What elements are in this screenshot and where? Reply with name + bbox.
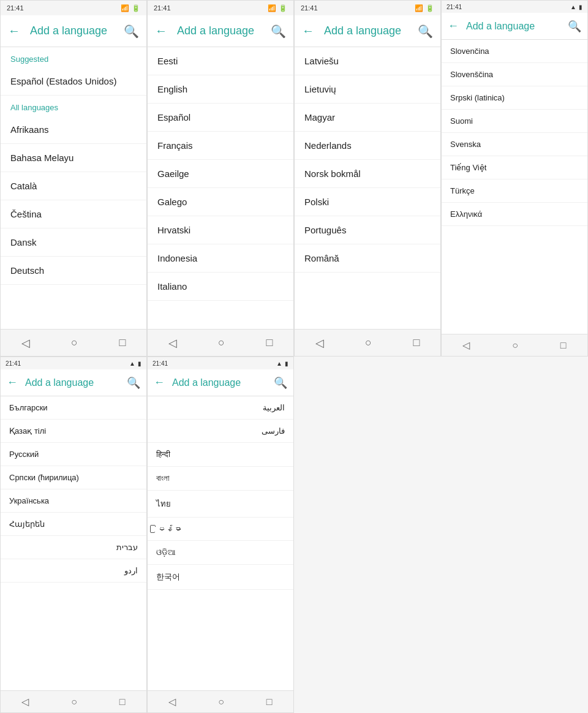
list-item-eesti[interactable]: Eesti: [148, 47, 293, 75]
status-bar-2: 21:41 📶 🔋: [148, 1, 293, 15]
list-item-dansk[interactable]: Dansk: [1, 228, 146, 257]
nav-back-1[interactable]: ◁: [21, 336, 30, 350]
list-item-polski[interactable]: Polski: [295, 188, 440, 216]
screen-6: 21:41 ▲ ▮ ← Add a language 🔍 العربية فار…: [147, 356, 294, 713]
nav-back-2[interactable]: ◁: [168, 336, 177, 350]
suggested-header: Suggested: [1, 47, 146, 67]
nav-back-3[interactable]: ◁: [315, 336, 324, 350]
list-item-gaeilge[interactable]: Gaeilge: [148, 160, 293, 188]
list-item-odia[interactable]: ଓଡ଼ିଆ: [148, 541, 293, 565]
nav-home-5[interactable]: ○: [71, 696, 77, 707]
list-item-catala[interactable]: Català: [1, 172, 146, 200]
back-button-5[interactable]: ←: [7, 376, 18, 389]
list-item-arabic[interactable]: العربية: [148, 396, 293, 420]
list-item-slovenscina[interactable]: Slovenščina: [442, 63, 587, 86]
list-item-urdu[interactable]: اردو: [1, 559, 146, 583]
screen-1: 21:41 📶 🔋 ← Add a language 🔍 Suggested E…: [0, 0, 147, 356]
nav-bar-1: ◁ ○ □: [1, 329, 146, 356]
list-item-latviesu[interactable]: Latviešu: [295, 47, 440, 75]
list-item-farsi[interactable]: فارسی: [148, 420, 293, 443]
nav-recent-6[interactable]: □: [266, 696, 273, 707]
list-item-ellinika[interactable]: Ελληνικά: [442, 203, 587, 226]
screen-grid: 21:41 📶 🔋 ← Add a language 🔍 Suggested E…: [0, 0, 588, 713]
list-item-portugues[interactable]: Português: [295, 216, 440, 244]
list-item-hrvatski[interactable]: Hrvatski: [148, 216, 293, 244]
list-item-italiano[interactable]: Italiano: [148, 273, 293, 301]
list-item-afrikaans[interactable]: Afrikaans: [1, 116, 146, 144]
status-icons-2: 📶 🔋: [268, 4, 287, 12]
battery-icon-5: ▮: [138, 360, 141, 367]
list-item-suomi[interactable]: Suomi: [442, 110, 587, 133]
list-item-hindi[interactable]: हिन्दी: [148, 443, 293, 467]
back-button-2[interactable]: ←: [155, 24, 167, 38]
top-bar-1: ← Add a language 🔍: [1, 15, 146, 47]
nav-bar-2: ◁ ○ □: [148, 329, 293, 356]
page-title-1: Add a language: [30, 25, 124, 37]
list-item-romana[interactable]: Română: [295, 244, 440, 273]
wifi-icon-4: ▲: [570, 4, 576, 10]
nav-recent-3[interactable]: □: [413, 336, 420, 349]
list-item-korean[interactable]: 한국어: [148, 565, 293, 590]
nav-recent-2[interactable]: □: [266, 336, 273, 349]
search-button-2[interactable]: 🔍: [271, 24, 286, 39]
battery-icon-6: ▮: [285, 360, 288, 367]
page-title-3: Add a language: [324, 25, 418, 37]
back-button-6[interactable]: ←: [154, 376, 165, 389]
nav-home-3[interactable]: ○: [365, 336, 372, 349]
list-item-nederlands[interactable]: Nederlands: [295, 132, 440, 160]
page-title-6: Add a language: [172, 377, 274, 388]
nav-back-4[interactable]: ◁: [462, 339, 470, 351]
nav-recent-1[interactable]: □: [119, 336, 126, 349]
list-item-tieng-viet[interactable]: Tiếng Việt: [442, 156, 587, 179]
back-button-4[interactable]: ←: [448, 20, 459, 32]
nav-recent-5[interactable]: □: [119, 696, 126, 707]
search-button-5[interactable]: 🔍: [127, 376, 140, 390]
list-item-thai[interactable]: ไทย: [148, 491, 293, 518]
search-button-1[interactable]: 🔍: [124, 24, 139, 39]
list-item-svenska[interactable]: Svenska: [442, 133, 587, 156]
nav-home-6[interactable]: ○: [218, 696, 224, 707]
search-button-4[interactable]: 🔍: [568, 20, 581, 33]
list-item-russki[interactable]: Русский: [1, 443, 146, 466]
time-6: 21:41: [153, 360, 168, 367]
nav-back-5[interactable]: ◁: [21, 696, 29, 707]
list-item-espanol[interactable]: Español: [148, 104, 293, 132]
back-button-3[interactable]: ←: [302, 24, 314, 38]
search-button-3[interactable]: 🔍: [418, 24, 433, 39]
language-list-4: Slovenčina Slovenščina Srpski (latinica)…: [442, 40, 587, 334]
nav-recent-4[interactable]: □: [560, 340, 567, 351]
nav-home-2[interactable]: ○: [218, 336, 225, 349]
list-item-ivrit[interactable]: עברית: [1, 536, 146, 559]
search-button-6[interactable]: 🔍: [274, 376, 287, 390]
nav-back-6[interactable]: ◁: [168, 696, 176, 707]
status-bar-6: 21:41 ▲ ▮: [148, 357, 293, 369]
nav-home-4[interactable]: ○: [512, 340, 518, 351]
screen-5: 21:41 ▲ ▮ ← Add a language 🔍 Български Қ…: [0, 356, 147, 713]
list-item-turkce[interactable]: Türkçe: [442, 179, 587, 203]
status-bar-5: 21:41 ▲ ▮: [1, 357, 146, 369]
list-item-deutsch[interactable]: Deutsch: [1, 257, 146, 285]
list-item-kazak[interactable]: Қазақ тілі: [1, 420, 146, 443]
list-item-slovencina[interactable]: Slovenčina: [442, 40, 587, 63]
list-item-cestina[interactable]: Čeština: [1, 200, 146, 228]
list-item-english[interactable]: English: [148, 75, 293, 104]
list-item-lietuviu[interactable]: Lietuvių: [295, 75, 440, 104]
list-item-norsk[interactable]: Norsk bokmål: [295, 160, 440, 188]
list-item-espanol-us[interactable]: Español (Estados Unidos): [1, 67, 146, 96]
nav-home-1[interactable]: ○: [71, 336, 78, 349]
list-item-francais[interactable]: Français: [148, 132, 293, 160]
list-item-indonesia[interactable]: Indonesia: [148, 244, 293, 273]
list-item-ukrainska[interactable]: Українська: [1, 489, 146, 513]
list-item-magyar[interactable]: Magyar: [295, 104, 440, 132]
list-item-hayeren[interactable]: Հայերեն: [1, 513, 146, 536]
language-list-1: Suggested Español (Estados Unidos) All l…: [1, 47, 146, 329]
list-item-bahasa[interactable]: Bahasa Melayu: [1, 144, 146, 172]
list-item-myanmar[interactable]: မြန်မာ: [148, 518, 293, 541]
back-button-1[interactable]: ←: [8, 24, 20, 38]
list-item-srpski-lat[interactable]: Srpski (latinica): [442, 86, 587, 110]
list-item-galego[interactable]: Galego: [148, 188, 293, 216]
list-item-bangla[interactable]: বাংলা: [148, 467, 293, 491]
list-item-srpski-cyr[interactable]: Српски (ћирилица): [1, 466, 146, 489]
screen-4: 21:41 ▲ ▮ ← Add a language 🔍 Slovenčina …: [441, 0, 588, 356]
list-item-balgarski[interactable]: Български: [1, 396, 146, 420]
